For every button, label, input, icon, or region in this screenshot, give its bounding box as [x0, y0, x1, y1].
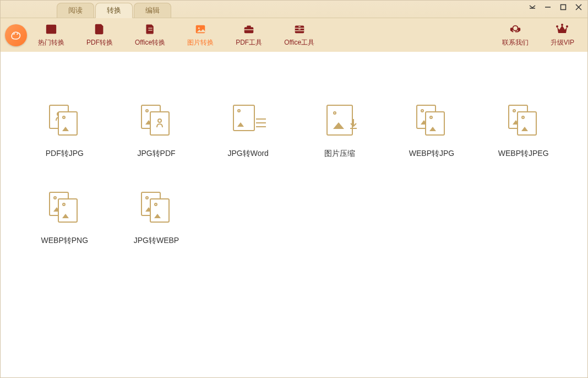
- webp-to-jpg-icon: [416, 105, 447, 136]
- toolbar-label: 热门转换: [38, 38, 64, 47]
- jpg-to-webp-icon: [141, 192, 172, 223]
- jpg-to-pdf-icon: [141, 105, 172, 136]
- upgrade-vip-button[interactable]: 升级VIP: [546, 20, 579, 50]
- window-controls: [528, 3, 583, 12]
- pdf-file-icon: [93, 23, 106, 36]
- image-compress-icon: [324, 105, 355, 136]
- tab-read[interactable]: 阅读: [57, 3, 94, 18]
- image-icon: [194, 23, 207, 36]
- dropdown-icon[interactable]: [528, 3, 537, 12]
- headset-icon: [509, 23, 522, 36]
- tool-label: JPG转Word: [227, 149, 268, 159]
- tab-edit[interactable]: 编辑: [134, 3, 171, 18]
- svg-point-18: [556, 25, 558, 28]
- tool-jpg-to-pdf[interactable]: JPG转PDF: [122, 105, 192, 159]
- star-icon: [45, 23, 58, 36]
- tools-grid: PDF转JPG JPG转PDF: [30, 105, 558, 246]
- svg-point-20: [566, 25, 568, 28]
- tool-label: WEBP转PNG: [41, 236, 89, 246]
- tool-webp-to-png[interactable]: WEBP转PNG: [30, 192, 100, 246]
- toolbar-label: 联系我们: [502, 38, 529, 47]
- toolbar: 热门转换 PDF转换 Office转换 图片转换: [1, 18, 587, 52]
- crown-icon: [556, 23, 569, 36]
- svg-rect-16: [510, 28, 512, 31]
- tool-jpg-to-webp[interactable]: JPG转WEBP: [122, 192, 192, 246]
- toolbar-image-convert[interactable]: 图片转换: [183, 20, 218, 50]
- toolbar-label: 升级VIP: [551, 38, 574, 47]
- drawer-icon: [293, 23, 306, 36]
- office-file-icon: [144, 23, 157, 36]
- tool-webp-to-jpeg[interactable]: WEBP转JPEG: [488, 105, 558, 159]
- toolbar-label: Office工具: [284, 38, 314, 47]
- pdf-to-jpg-icon: [49, 105, 80, 136]
- tool-label: PDF转JPG: [46, 149, 84, 159]
- jpg-to-word-icon: [233, 105, 264, 136]
- tab-convert[interactable]: 转换: [95, 3, 133, 18]
- svg-rect-7: [244, 27, 254, 33]
- app-logo[interactable]: [5, 24, 27, 46]
- toolbar-label: Office转换: [135, 38, 165, 47]
- svg-rect-2: [561, 5, 566, 10]
- svg-rect-8: [247, 26, 251, 28]
- toolbar-label: PDF工具: [236, 38, 262, 47]
- toolbar-pdf-tools[interactable]: PDF工具: [231, 20, 266, 50]
- tool-label: JPG转PDF: [137, 149, 175, 159]
- close-icon[interactable]: [574, 3, 583, 12]
- main-tabs: 阅读 转换 编辑: [1, 1, 587, 18]
- webp-to-jpeg-icon: [508, 105, 539, 136]
- tool-label: 图片压缩: [324, 149, 355, 159]
- toolbar-label: 图片转换: [187, 38, 214, 47]
- tool-label: JPG转WEBP: [134, 236, 179, 246]
- toolbar-hot-convert[interactable]: 热门转换: [34, 20, 69, 50]
- toolbox-icon: [242, 23, 255, 36]
- toolbar-office-convert[interactable]: Office转换: [130, 20, 170, 50]
- svg-point-15: [513, 26, 518, 31]
- content-area: PDF转JPG JPG转PDF: [1, 50, 587, 268]
- svg-point-22: [158, 119, 161, 122]
- toolbar-label: PDF转换: [86, 38, 113, 47]
- tool-webp-to-jpg[interactable]: WEBP转JPG: [397, 105, 467, 159]
- tool-label: WEBP转JPG: [409, 149, 454, 159]
- svg-point-6: [198, 28, 200, 29]
- toolbar-pdf-convert[interactable]: PDF转换: [82, 20, 117, 50]
- toolbar-items: 热门转换 PDF转换 Office转换 图片转换: [34, 20, 319, 50]
- svg-point-19: [561, 24, 563, 26]
- svg-rect-17: [518, 28, 520, 31]
- toolbar-office-tools[interactable]: Office工具: [280, 20, 319, 50]
- tool-pdf-to-jpg[interactable]: PDF转JPG: [30, 105, 100, 159]
- minimize-icon[interactable]: [543, 3, 552, 12]
- tool-image-compress[interactable]: 图片压缩: [305, 105, 375, 159]
- webp-to-png-icon: [49, 192, 80, 223]
- right-actions: 联系我们 升级VIP: [498, 20, 583, 50]
- tool-jpg-to-word[interactable]: JPG转Word: [213, 105, 283, 159]
- titlebar: 阅读 转换 编辑 热门转换: [1, 1, 587, 50]
- maximize-icon[interactable]: [559, 3, 568, 12]
- contact-us-button[interactable]: 联系我们: [498, 20, 533, 50]
- tool-label: WEBP转JPEG: [498, 149, 549, 159]
